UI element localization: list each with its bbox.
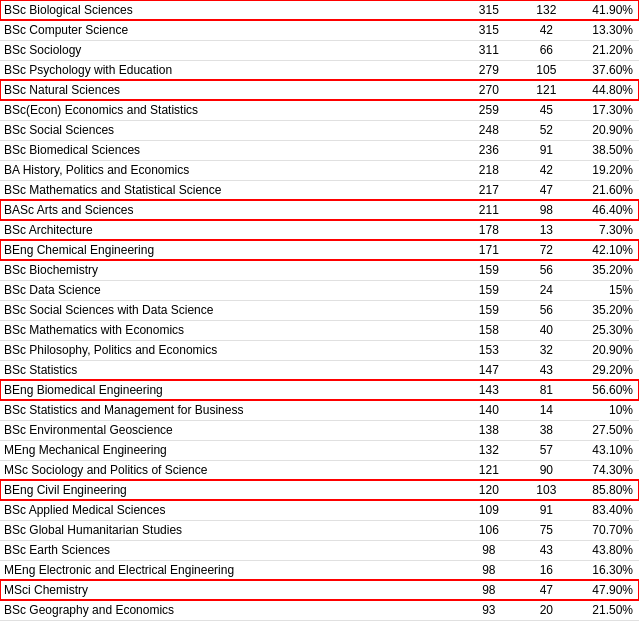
- table-row: MSci Chemistry984747.90%: [0, 580, 639, 600]
- course-col3: 42: [518, 160, 576, 180]
- table-row: BSc Social Sciences with Data Science159…: [0, 300, 639, 320]
- course-col3: 132: [518, 0, 576, 20]
- table-row: BSc Statistics and Management for Busine…: [0, 400, 639, 420]
- table-row: BSc Statistics1474329.20%: [0, 360, 639, 380]
- course-name: BASc Arts and Sciences: [0, 200, 460, 220]
- table-row: BSc Environmental Geoscience1383827.50%: [0, 420, 639, 440]
- course-col2: 315: [460, 0, 518, 20]
- course-col3: 103: [518, 480, 576, 500]
- course-col3: 91: [518, 140, 576, 160]
- table-row: MSc Sociology and Politics of Science121…: [0, 460, 639, 480]
- course-col3: 43: [518, 540, 576, 560]
- course-name: BSc Applied Medical Sciences: [0, 500, 460, 520]
- course-col3: 20: [518, 600, 576, 620]
- courses-table: BSc Biological Sciences31513241.90%BSc C…: [0, 0, 639, 621]
- table-row: BSc Architecture178137.30%: [0, 220, 639, 240]
- table-row: BASc Arts and Sciences2119846.40%: [0, 200, 639, 220]
- course-col2: 217: [460, 180, 518, 200]
- course-name: BSc Geography and Economics: [0, 600, 460, 620]
- table-row: MEng Electronic and Electrical Engineeri…: [0, 560, 639, 580]
- course-col2: 259: [460, 100, 518, 120]
- table-row: BSc Biomedical Sciences2369138.50%: [0, 140, 639, 160]
- course-col2: 270: [460, 80, 518, 100]
- table-row: BEng Chemical Engineering1717242.10%: [0, 240, 639, 260]
- course-col2: 121: [460, 460, 518, 480]
- table-row: BA History, Politics and Economics218421…: [0, 160, 639, 180]
- course-col2: 120: [460, 480, 518, 500]
- course-name: BSc Computer Science: [0, 20, 460, 40]
- course-name: BSc Statistics and Management for Busine…: [0, 400, 460, 420]
- course-col2: 315: [460, 20, 518, 40]
- course-col4: 15%: [575, 280, 639, 300]
- course-col2: 98: [460, 540, 518, 560]
- table-row: BEng Civil Engineering12010385.80%: [0, 480, 639, 500]
- course-name: MEng Mechanical Engineering: [0, 440, 460, 460]
- course-col4: 43.10%: [575, 440, 639, 460]
- course-name: BSc Psychology with Education: [0, 60, 460, 80]
- course-col3: 66: [518, 40, 576, 60]
- course-col2: 311: [460, 40, 518, 60]
- course-col3: 81: [518, 380, 576, 400]
- course-col3: 16: [518, 560, 576, 580]
- course-name: BSc Sociology: [0, 40, 460, 60]
- course-col3: 43: [518, 360, 576, 380]
- course-name: BSc Mathematics and Statistical Science: [0, 180, 460, 200]
- course-col3: 47: [518, 580, 576, 600]
- course-name: MEng Electronic and Electrical Engineeri…: [0, 560, 460, 580]
- table-row: BSc Biological Sciences31513241.90%: [0, 0, 639, 20]
- course-col4: 74.30%: [575, 460, 639, 480]
- course-col4: 85.80%: [575, 480, 639, 500]
- course-col3: 105: [518, 60, 576, 80]
- course-col2: 178: [460, 220, 518, 240]
- course-col2: 132: [460, 440, 518, 460]
- course-col2: 98: [460, 580, 518, 600]
- course-name: BSc Social Sciences with Data Science: [0, 300, 460, 320]
- course-name: BSc Biological Sciences: [0, 0, 460, 20]
- course-name: BSc Biochemistry: [0, 260, 460, 280]
- course-col4: 35.20%: [575, 260, 639, 280]
- course-col4: 41.90%: [575, 0, 639, 20]
- course-name: BA History, Politics and Economics: [0, 160, 460, 180]
- course-col4: 27.50%: [575, 420, 639, 440]
- course-col2: 153: [460, 340, 518, 360]
- course-col4: 20.90%: [575, 120, 639, 140]
- course-col3: 40: [518, 320, 576, 340]
- course-col4: 29.20%: [575, 360, 639, 380]
- course-col3: 14: [518, 400, 576, 420]
- table-row: BSc Mathematics and Statistical Science2…: [0, 180, 639, 200]
- course-col2: 159: [460, 260, 518, 280]
- course-name: BSc Global Humanitarian Studies: [0, 520, 460, 540]
- course-name: BSc Mathematics with Economics: [0, 320, 460, 340]
- course-col2: 98: [460, 560, 518, 580]
- course-col4: 19.20%: [575, 160, 639, 180]
- course-name: BEng Civil Engineering: [0, 480, 460, 500]
- course-col2: 138: [460, 420, 518, 440]
- course-col2: 171: [460, 240, 518, 260]
- course-col3: 47: [518, 180, 576, 200]
- course-col4: 46.40%: [575, 200, 639, 220]
- course-name: BSc Natural Sciences: [0, 80, 460, 100]
- course-col4: 20.90%: [575, 340, 639, 360]
- course-col4: 83.40%: [575, 500, 639, 520]
- table-row: BSc Philosophy, Politics and Economics15…: [0, 340, 639, 360]
- table-row: BSc Psychology with Education27910537.60…: [0, 60, 639, 80]
- course-name: BSc Statistics: [0, 360, 460, 380]
- course-col2: 109: [460, 500, 518, 520]
- course-col4: 35.20%: [575, 300, 639, 320]
- course-name: MSci Chemistry: [0, 580, 460, 600]
- course-col4: 21.50%: [575, 600, 639, 620]
- course-col3: 57: [518, 440, 576, 460]
- course-col2: 159: [460, 280, 518, 300]
- course-col3: 56: [518, 300, 576, 320]
- table-row: BSc Applied Medical Sciences1099183.40%: [0, 500, 639, 520]
- course-col2: 248: [460, 120, 518, 140]
- course-col3: 90: [518, 460, 576, 480]
- course-col4: 37.60%: [575, 60, 639, 80]
- course-col2: 159: [460, 300, 518, 320]
- course-name: BSc(Econ) Economics and Statistics: [0, 100, 460, 120]
- table-row: BSc Data Science1592415%: [0, 280, 639, 300]
- table-row: BEng Biomedical Engineering1438156.60%: [0, 380, 639, 400]
- course-col3: 75: [518, 520, 576, 540]
- course-name: BEng Biomedical Engineering: [0, 380, 460, 400]
- course-col2: 93: [460, 600, 518, 620]
